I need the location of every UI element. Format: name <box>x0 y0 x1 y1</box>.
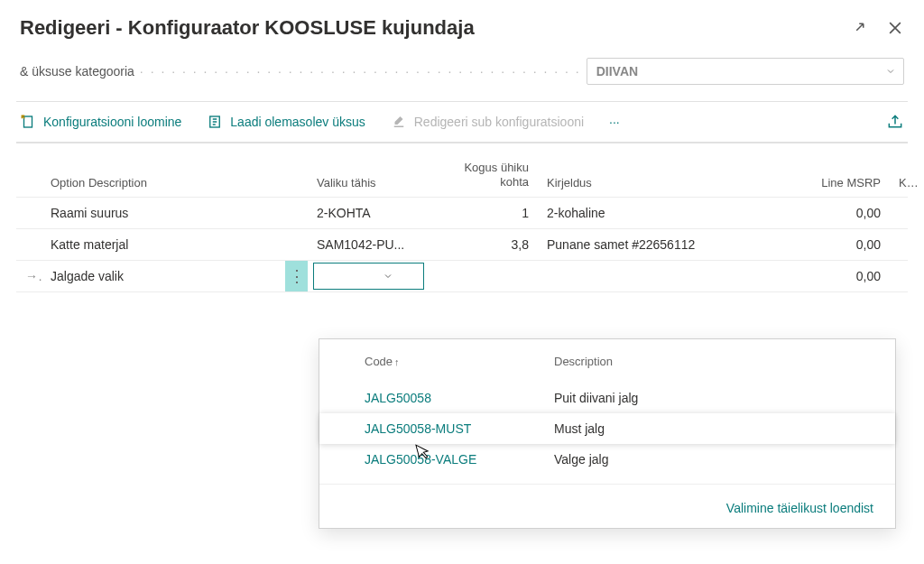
cell-desc[interactable]: Punane samet #22656112 <box>538 237 808 252</box>
col-option-description[interactable]: Option Description <box>42 176 285 190</box>
cell-option[interactable]: Raami suurus <box>42 206 285 220</box>
page-header: Redigeeri - Konfiguraator KOOSLUSE kujun… <box>0 0 924 49</box>
cell-tahis[interactable]: 2-KOHTA <box>308 206 430 220</box>
cell-qty[interactable]: 1 <box>430 206 538 220</box>
sort-asc-icon: ↑ <box>394 356 400 367</box>
select-from-full-list-link[interactable]: Valimine täielikust loendist <box>319 484 895 528</box>
table-row: Raami suurus 2-KOHTA 1 2-kohaline 0,00 <box>16 198 908 229</box>
col-kirjeldus[interactable]: Kirjeldus <box>538 176 808 190</box>
more-icon: ··· <box>609 115 620 129</box>
cell-option[interactable]: Katte materjal <box>42 237 285 252</box>
col-qty[interactable]: Kogus ühiku kohta <box>430 161 538 190</box>
col-line-msrp[interactable]: Line MSRP <box>808 176 890 190</box>
new-doc-icon <box>20 114 36 130</box>
cell-tahis[interactable]: SAM1042-PU... <box>308 237 430 252</box>
load-icon <box>207 114 223 130</box>
toolbar: Konfiguratsiooni loomine Laadi olemasole… <box>0 102 924 142</box>
edit-sub-button: Redigeeri sub konfiguratsiooni <box>391 114 584 130</box>
window-controls <box>852 19 904 37</box>
lookup-code: JALG50058 <box>365 391 554 405</box>
lookup-item[interactable]: JALG50058 Puit diivani jalg <box>319 383 895 413</box>
col-kauba[interactable]: Kauba <box>890 176 924 190</box>
toolbar-label: Konfiguratsiooni loomine <box>43 115 181 129</box>
category-value: DIIVAN <box>596 64 638 79</box>
lookup-item[interactable]: JALG50058-MUST Must jalg <box>319 413 895 444</box>
create-config-button[interactable]: Konfiguratsiooni loomine <box>20 114 181 130</box>
col-valiku-tahis[interactable]: Valiku tähis <box>308 176 430 190</box>
toolbar-label: Redigeeri sub konfiguratsiooni <box>414 115 584 129</box>
svg-rect-0 <box>24 116 32 127</box>
cell-msrp[interactable]: 0,00 <box>808 269 890 283</box>
cell-msrp[interactable]: 0,00 <box>808 206 890 220</box>
table-row-active: → Jalgade valik ⋮ 0,00 <box>16 261 908 292</box>
dots-filler: · · · · · · · · · · · · · · · · · · · · … <box>134 64 587 79</box>
cell-qty[interactable]: 3,8 <box>430 237 538 252</box>
category-row: & üksuse kategooria · · · · · · · · · · … <box>0 49 924 101</box>
cell-msrp[interactable]: 0,00 <box>808 237 890 252</box>
valiku-tahis-dropdown[interactable] <box>313 263 424 290</box>
share-button[interactable] <box>886 113 904 131</box>
page-title: Redigeeri - Konfiguraator KOOSLUSE kujun… <box>20 16 475 40</box>
lookup-desc: Must jalg <box>554 421 868 436</box>
cell-option[interactable]: Jalgade valik <box>42 269 285 283</box>
lookup-popup: Code↑ Description JALG50058 Puit diivani… <box>319 338 896 529</box>
more-actions-button[interactable]: ··· <box>609 115 620 129</box>
chevron-down-icon <box>383 271 393 282</box>
load-existing-button[interactable]: Laadi olemasolev üksus <box>207 114 365 130</box>
popup-col-code[interactable]: Code↑ <box>365 355 554 368</box>
lookup-item[interactable]: JALG50058-VALGE Valge jalg <box>319 444 895 475</box>
row-indicator-icon: → <box>16 269 42 283</box>
row-more-button[interactable]: ⋮ <box>285 261 308 291</box>
valiku-tahis-input[interactable] <box>319 269 383 283</box>
category-select[interactable]: DIIVAN <box>587 58 904 85</box>
popup-header-row: Code↑ Description <box>319 339 895 383</box>
lookup-code: JALG50058-VALGE <box>365 452 554 467</box>
lookup-desc: Valge jalg <box>554 452 868 467</box>
cell-desc[interactable]: 2-kohaline <box>538 206 808 220</box>
grid-header-row: Option Description Valiku tähis Kogus üh… <box>16 143 908 198</box>
category-label: & üksuse kategooria <box>20 64 134 79</box>
lookup-code: JALG50058-MUST <box>365 421 554 436</box>
toolbar-label: Laadi olemasolev üksus <box>230 115 365 129</box>
edit-icon <box>391 114 407 130</box>
data-grid: Option Description Valiku tähis Kogus üh… <box>16 143 908 292</box>
chevron-down-icon <box>885 66 896 77</box>
table-row: Katte materjal SAM1042-PU... 3,8 Punane … <box>16 229 908 261</box>
close-icon[interactable] <box>886 19 904 37</box>
expand-icon[interactable] <box>852 19 868 37</box>
lookup-desc: Puit diivani jalg <box>554 391 868 405</box>
popup-col-description[interactable]: Description <box>554 355 868 368</box>
